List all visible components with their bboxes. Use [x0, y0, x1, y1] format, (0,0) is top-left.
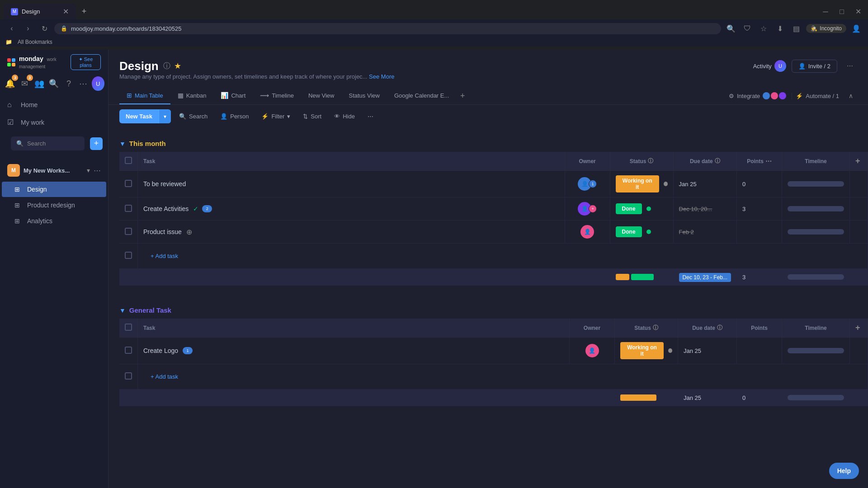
collapse-button[interactable]: ∧	[844, 89, 857, 102]
tab-status-view[interactable]: Status View	[341, 88, 387, 104]
automate-icon: ⚡	[796, 93, 803, 99]
add-task-checkbox[interactable]	[125, 252, 132, 259]
refresh-button[interactable]: ↻	[38, 22, 51, 35]
browser-profile-icon[interactable]: 👤	[850, 22, 863, 35]
automate-button[interactable]: ⚡ Automate / 1	[792, 93, 843, 99]
status-badge[interactable]: Working on it	[616, 175, 659, 192]
select-all-checkbox[interactable]	[125, 157, 132, 164]
tab-new-view[interactable]: New View	[301, 88, 342, 104]
apps-icon[interactable]: ⋯	[77, 76, 90, 91]
forward-button[interactable]: ›	[22, 22, 34, 35]
people-icon[interactable]: 👥	[33, 76, 46, 91]
filter-button[interactable]: ⚡ Filter ▾	[257, 110, 295, 123]
status-badge[interactable]: Done	[616, 203, 642, 214]
add-view-button[interactable]: +	[456, 89, 469, 102]
points-more-icon[interactable]: ⋯	[765, 158, 772, 165]
add-item-button[interactable]: +	[90, 137, 103, 150]
sort-button[interactable]: ⇅ Sort	[298, 110, 326, 123]
add-column-button[interactable]: +	[855, 156, 860, 165]
browser-shield-icon[interactable]: 🛡	[741, 22, 754, 35]
tab-google-label: Google Calendar E...	[394, 92, 449, 99]
general-points-column-header: Points	[737, 319, 782, 338]
add-task-button[interactable]: + Add task	[143, 369, 862, 385]
see-plans-button[interactable]: ✦ See plans	[71, 54, 101, 70]
sidebar-search[interactable]: 🔍 Search	[11, 136, 85, 150]
status-badge[interactable]: Working on it	[620, 342, 664, 359]
row-checkbox[interactable]	[125, 205, 132, 212]
owner-stack: 👤	[571, 225, 604, 239]
integration-avatar-1	[763, 92, 770, 99]
general-date-column-header: Due date ⓘ	[678, 319, 737, 338]
notification-icon[interactable]: 🔔	[4, 76, 16, 91]
section-this-month-header[interactable]: ▼ This month	[108, 135, 868, 152]
sidebar-item-design[interactable]: ⊞ Design	[2, 182, 106, 197]
integrate-button[interactable]: ⚙ Integrate	[725, 92, 790, 99]
minimize-button[interactable]: ─	[819, 5, 832, 18]
add-task-button[interactable]: + Add task	[143, 248, 862, 264]
owner-avatar[interactable]: 👤	[580, 225, 594, 239]
sidebar-nav-home[interactable]: ⌂ Home	[0, 96, 108, 113]
add-task-checkbox[interactable]	[125, 372, 132, 380]
new-tab-button[interactable]: +	[78, 5, 90, 18]
user-avatar[interactable]: U	[92, 76, 104, 91]
browser-search-icon[interactable]: 🔍	[725, 22, 737, 35]
sidebar-nav-mywork[interactable]: ☑ My work	[0, 113, 108, 131]
gen-summary-status-bar	[620, 394, 672, 401]
row-checkbox[interactable]	[125, 228, 132, 235]
row-checkbox-cell	[119, 221, 138, 244]
browser-star-icon[interactable]: ☆	[757, 22, 770, 35]
section-general-header[interactable]: ▼ General Task	[108, 302, 868, 319]
browser-sidebar-icon[interactable]: ▤	[790, 22, 802, 35]
activity-button[interactable]: Activity U	[753, 60, 786, 72]
board-more-button[interactable]: ⋯	[843, 59, 857, 73]
tab-close-button[interactable]: ✕	[63, 7, 69, 16]
back-button[interactable]: ‹	[5, 22, 18, 35]
due-date-text: Feb 2	[679, 229, 694, 235]
points-cell	[737, 221, 782, 244]
tab-label: Design	[22, 8, 40, 15]
hide-button[interactable]: 👁 Hide	[330, 110, 359, 123]
sidebar-item-analytics[interactable]: ⊞ Analytics	[2, 213, 106, 229]
person-button[interactable]: 👤 Person	[216, 110, 253, 123]
new-task-button[interactable]: New Task ▾	[119, 109, 171, 123]
table-this-month: Task Owner Status ⓘ Due date ⓘ	[119, 152, 868, 286]
general-add-column-button[interactable]: +	[855, 323, 860, 332]
invite-button[interactable]: 👤 Invite / 2	[792, 60, 837, 73]
workspace-expand-icon[interactable]: ▾	[87, 167, 90, 174]
task-check-icon: ✓	[193, 205, 198, 212]
tab-chart[interactable]: 📊 Chart	[213, 87, 253, 104]
help-icon[interactable]: ?	[62, 76, 75, 91]
browser-download-icon[interactable]: ⬇	[774, 22, 786, 35]
workspace-more-icon[interactable]: ⋯	[94, 166, 101, 175]
board-star-icon[interactable]: ★	[174, 61, 181, 71]
add-task-label: + Add task	[151, 373, 178, 380]
maximize-button[interactable]: □	[835, 5, 848, 18]
sidebar: monday work management ✦ See plans 🔔 ✉ 3…	[0, 50, 108, 488]
owner-avatar[interactable]: 👤	[585, 344, 599, 357]
sidebar-item-product-redesign[interactable]: ⊞ Product redesign	[2, 197, 106, 213]
tab-kanban[interactable]: ▦ Kanban	[170, 87, 214, 104]
board-info-icon[interactable]: ⓘ	[163, 61, 170, 71]
status-badge[interactable]: Done	[616, 226, 642, 237]
logo-dot-red	[7, 58, 11, 62]
help-button-container: Help	[829, 463, 859, 479]
inbox-icon[interactable]: ✉ 3	[18, 76, 31, 91]
add-task-label: + Add task	[151, 253, 178, 259]
row-checkbox[interactable]	[125, 180, 132, 187]
search-button[interactable]: 🔍 Search	[175, 110, 212, 123]
tab-google-calendar[interactable]: Google Calendar E...	[387, 88, 456, 104]
tab-main-table[interactable]: ⊞ Main Table	[119, 87, 170, 104]
help-button[interactable]: Help	[829, 463, 859, 479]
close-button[interactable]: ✕	[852, 5, 864, 18]
tab-timeline[interactable]: ⟿ Timeline	[253, 87, 301, 104]
address-bar[interactable]: 🔒 moodjoy.monday.com/boards/1830420525	[54, 23, 721, 34]
see-more-link[interactable]: See More	[369, 73, 394, 80]
search-toolbar-label: Search	[189, 113, 208, 120]
more-options-button[interactable]: ⋯	[363, 110, 378, 123]
new-task-dropdown-icon[interactable]: ▾	[159, 110, 171, 123]
general-select-all-checkbox[interactable]	[125, 324, 132, 331]
row-checkbox[interactable]	[125, 347, 132, 354]
row-checkbox-cell	[119, 338, 138, 364]
search-top-icon[interactable]: 🔍	[47, 76, 60, 91]
active-tab[interactable]: M Design ✕	[4, 4, 76, 19]
